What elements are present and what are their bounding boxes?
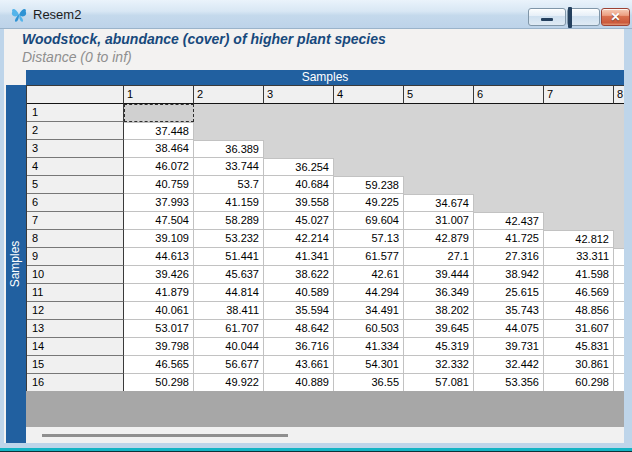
matrix-cell[interactable]: 44.814 — [194, 284, 264, 302]
matrix-cell[interactable]: 30.861 — [544, 356, 614, 374]
column-header[interactable]: 4 — [334, 86, 404, 104]
matrix-cell[interactable]: 42.812 — [544, 230, 614, 248]
matrix-cell[interactable]: 34.674 — [404, 194, 474, 212]
row-header[interactable]: 8 — [27, 230, 124, 248]
matrix-cell[interactable]: 39.798 — [124, 338, 194, 356]
matrix-cell[interactable]: 33.744 — [194, 158, 264, 176]
close-button[interactable]: ✕ — [601, 8, 630, 26]
matrix-cell[interactable] — [614, 284, 624, 302]
matrix-cell[interactable]: 40.759 — [124, 176, 194, 194]
matrix-cell[interactable]: 34.491 — [334, 302, 404, 320]
row-header[interactable]: 14 — [27, 338, 124, 356]
matrix-cell[interactable] — [544, 122, 614, 140]
matrix-cell[interactable]: 44.075 — [474, 320, 544, 338]
matrix-cell[interactable] — [614, 302, 624, 320]
matrix-cell[interactable] — [124, 104, 194, 122]
matrix-cell[interactable] — [544, 140, 614, 158]
matrix-cell[interactable] — [474, 176, 544, 194]
matrix-cell[interactable]: 39.426 — [124, 266, 194, 284]
matrix-cell[interactable] — [544, 194, 614, 212]
matrix-cell[interactable]: 51.441 — [194, 248, 264, 266]
matrix-cell[interactable]: 57.081 — [404, 374, 474, 391]
matrix-cell[interactable]: 40.061 — [124, 302, 194, 320]
matrix-cell[interactable]: 39.731 — [474, 338, 544, 356]
matrix-cell[interactable]: 46.072 — [124, 158, 194, 176]
matrix-cell[interactable] — [614, 356, 624, 374]
matrix-cell[interactable]: 40.589 — [264, 284, 334, 302]
matrix-cell[interactable]: 44.294 — [334, 284, 404, 302]
matrix-cell[interactable] — [334, 104, 404, 122]
row-header[interactable]: 7 — [27, 212, 124, 230]
matrix-cell[interactable]: 39.645 — [404, 320, 474, 338]
matrix-cell[interactable]: 61.707 — [194, 320, 264, 338]
matrix-cell[interactable]: 45.831 — [544, 338, 614, 356]
matrix-cell[interactable] — [614, 212, 624, 230]
matrix-cell[interactable]: 47.504 — [124, 212, 194, 230]
matrix-cell[interactable]: 58.289 — [194, 212, 264, 230]
row-header[interactable]: 1 — [27, 104, 124, 122]
row-header[interactable]: 5 — [27, 176, 124, 194]
column-header[interactable]: 3 — [264, 86, 334, 104]
matrix-cell[interactable]: 37.993 — [124, 194, 194, 212]
matrix-cell[interactable] — [614, 158, 624, 176]
matrix-cell[interactable] — [614, 338, 624, 356]
matrix-cell[interactable]: 41.159 — [194, 194, 264, 212]
matrix-cell[interactable]: 41.879 — [124, 284, 194, 302]
matrix-cell[interactable]: 41.598 — [544, 266, 614, 284]
matrix-cell[interactable]: 56.677 — [194, 356, 264, 374]
matrix-cell[interactable] — [614, 104, 624, 122]
matrix-cell[interactable] — [194, 104, 264, 122]
matrix-cell[interactable]: 35.743 — [474, 302, 544, 320]
matrix-cell[interactable] — [474, 104, 544, 122]
matrix-cell[interactable] — [614, 266, 624, 284]
matrix-cell[interactable]: 36.349 — [404, 284, 474, 302]
row-header[interactable]: 16 — [27, 374, 124, 391]
matrix-cell[interactable]: 45.637 — [194, 266, 264, 284]
column-header[interactable]: 6 — [474, 86, 544, 104]
matrix-cell[interactable] — [474, 158, 544, 176]
matrix-cell[interactable]: 60.503 — [334, 320, 404, 338]
matrix-cell[interactable]: 25.615 — [474, 284, 544, 302]
matrix-cell[interactable]: 32.442 — [474, 356, 544, 374]
matrix-cell[interactable]: 39.558 — [264, 194, 334, 212]
matrix-cell[interactable]: 41.334 — [334, 338, 404, 356]
matrix-cell[interactable]: 69.604 — [334, 212, 404, 230]
row-header[interactable]: 9 — [27, 248, 124, 266]
matrix-cell[interactable] — [334, 140, 404, 158]
matrix-cell[interactable]: 57.13 — [334, 230, 404, 248]
matrix-cell[interactable] — [194, 122, 264, 140]
matrix-cell[interactable]: 32.332 — [404, 356, 474, 374]
butterfly-icon[interactable] — [10, 6, 28, 24]
matrix-cell[interactable]: 40.684 — [264, 176, 334, 194]
matrix-cell[interactable]: 38.622 — [264, 266, 334, 284]
matrix-cell[interactable]: 53.7 — [194, 176, 264, 194]
matrix-cell[interactable]: 49.225 — [334, 194, 404, 212]
matrix-cell[interactable]: 61.577 — [334, 248, 404, 266]
matrix-cell[interactable]: 54.301 — [334, 356, 404, 374]
matrix-cell[interactable]: 38.411 — [194, 302, 264, 320]
matrix-cell[interactable]: 46.565 — [124, 356, 194, 374]
matrix-cell[interactable] — [614, 122, 624, 140]
minimize-button[interactable] — [528, 8, 566, 26]
matrix-cell[interactable]: 38.202 — [404, 302, 474, 320]
matrix-cell[interactable]: 45.319 — [404, 338, 474, 356]
matrix-cell[interactable]: 36.716 — [264, 338, 334, 356]
matrix-cell[interactable] — [544, 176, 614, 194]
matrix-cell[interactable]: 39.444 — [404, 266, 474, 284]
matrix-cell[interactable] — [404, 122, 474, 140]
matrix-cell[interactable]: 60.298 — [544, 374, 614, 391]
matrix-cell[interactable]: 41.725 — [474, 230, 544, 248]
matrix-cell[interactable] — [404, 104, 474, 122]
matrix-cell[interactable]: 27.316 — [474, 248, 544, 266]
column-header[interactable]: 2 — [194, 86, 264, 104]
matrix-cell[interactable] — [334, 122, 404, 140]
matrix-cell[interactable] — [614, 230, 624, 248]
column-header[interactable]: 1 — [124, 86, 194, 104]
scrollbar-thumb[interactable] — [42, 434, 288, 437]
matrix-cell[interactable]: 27.1 — [404, 248, 474, 266]
matrix-cell[interactable]: 40.889 — [264, 374, 334, 391]
matrix-cell[interactable]: 36.389 — [194, 140, 264, 158]
matrix-cell[interactable]: 44.613 — [124, 248, 194, 266]
matrix-cell[interactable]: 33.311 — [544, 248, 614, 266]
matrix-table[interactable]: 123456781237.448338.46436.389446.07233.7… — [26, 85, 624, 391]
